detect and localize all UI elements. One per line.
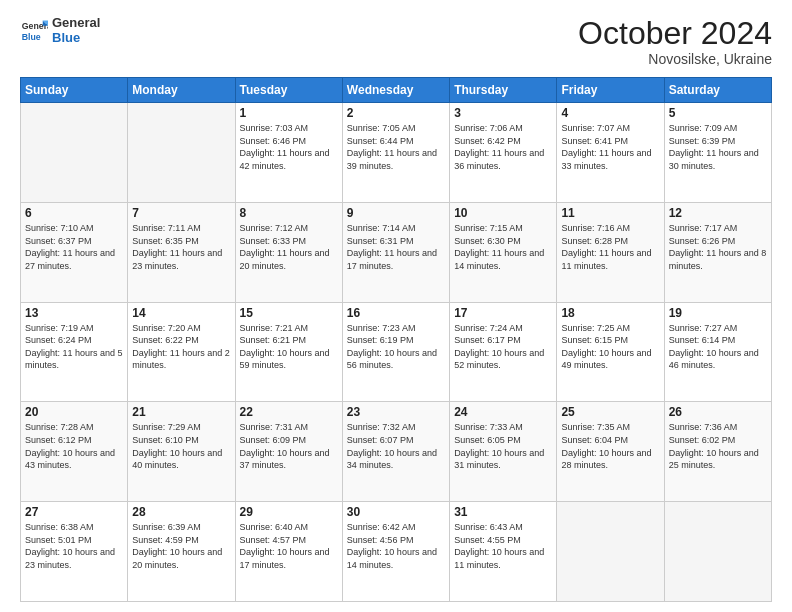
day-number: 6 <box>25 206 123 220</box>
day-number: 15 <box>240 306 338 320</box>
svg-text:Blue: Blue <box>22 32 41 42</box>
day-number: 4 <box>561 106 659 120</box>
day-number: 22 <box>240 405 338 419</box>
day-info: Sunrise: 7:10 AM Sunset: 6:37 PM Dayligh… <box>25 222 123 272</box>
day-info: Sunrise: 7:09 AM Sunset: 6:39 PM Dayligh… <box>669 122 767 172</box>
calendar-cell: 16Sunrise: 7:23 AM Sunset: 6:19 PM Dayli… <box>342 302 449 402</box>
calendar-cell: 13Sunrise: 7:19 AM Sunset: 6:24 PM Dayli… <box>21 302 128 402</box>
calendar-cell: 12Sunrise: 7:17 AM Sunset: 6:26 PM Dayli… <box>664 202 771 302</box>
calendar-cell: 14Sunrise: 7:20 AM Sunset: 6:22 PM Dayli… <box>128 302 235 402</box>
day-number: 21 <box>132 405 230 419</box>
calendar-cell: 23Sunrise: 7:32 AM Sunset: 6:07 PM Dayli… <box>342 402 449 502</box>
day-info: Sunrise: 7:11 AM Sunset: 6:35 PM Dayligh… <box>132 222 230 272</box>
calendar-cell: 25Sunrise: 7:35 AM Sunset: 6:04 PM Dayli… <box>557 402 664 502</box>
calendar-header-row: SundayMondayTuesdayWednesdayThursdayFrid… <box>21 78 772 103</box>
logo-icon: General Blue <box>20 17 48 45</box>
calendar-cell: 21Sunrise: 7:29 AM Sunset: 6:10 PM Dayli… <box>128 402 235 502</box>
day-number: 29 <box>240 505 338 519</box>
day-info: Sunrise: 6:40 AM Sunset: 4:57 PM Dayligh… <box>240 521 338 571</box>
day-info: Sunrise: 7:33 AM Sunset: 6:05 PM Dayligh… <box>454 421 552 471</box>
day-number: 28 <box>132 505 230 519</box>
calendar-week-row: 13Sunrise: 7:19 AM Sunset: 6:24 PM Dayli… <box>21 302 772 402</box>
day-header-thursday: Thursday <box>450 78 557 103</box>
calendar-cell: 22Sunrise: 7:31 AM Sunset: 6:09 PM Dayli… <box>235 402 342 502</box>
day-info: Sunrise: 6:38 AM Sunset: 5:01 PM Dayligh… <box>25 521 123 571</box>
title-block: October 2024 Novosilske, Ukraine <box>578 16 772 67</box>
day-info: Sunrise: 6:39 AM Sunset: 4:59 PM Dayligh… <box>132 521 230 571</box>
day-info: Sunrise: 7:20 AM Sunset: 6:22 PM Dayligh… <box>132 322 230 372</box>
day-number: 13 <box>25 306 123 320</box>
day-info: Sunrise: 7:21 AM Sunset: 6:21 PM Dayligh… <box>240 322 338 372</box>
day-number: 18 <box>561 306 659 320</box>
calendar-cell: 2Sunrise: 7:05 AM Sunset: 6:44 PM Daylig… <box>342 103 449 203</box>
day-number: 9 <box>347 206 445 220</box>
calendar-cell: 15Sunrise: 7:21 AM Sunset: 6:21 PM Dayli… <box>235 302 342 402</box>
day-number: 2 <box>347 106 445 120</box>
day-info: Sunrise: 7:24 AM Sunset: 6:17 PM Dayligh… <box>454 322 552 372</box>
day-number: 16 <box>347 306 445 320</box>
day-info: Sunrise: 7:23 AM Sunset: 6:19 PM Dayligh… <box>347 322 445 372</box>
location: Novosilske, Ukraine <box>578 51 772 67</box>
calendar-cell: 10Sunrise: 7:15 AM Sunset: 6:30 PM Dayli… <box>450 202 557 302</box>
day-info: Sunrise: 7:19 AM Sunset: 6:24 PM Dayligh… <box>25 322 123 372</box>
day-info: Sunrise: 7:32 AM Sunset: 6:07 PM Dayligh… <box>347 421 445 471</box>
day-info: Sunrise: 7:06 AM Sunset: 6:42 PM Dayligh… <box>454 122 552 172</box>
calendar-cell: 1Sunrise: 7:03 AM Sunset: 6:46 PM Daylig… <box>235 103 342 203</box>
day-info: Sunrise: 7:36 AM Sunset: 6:02 PM Dayligh… <box>669 421 767 471</box>
calendar-cell: 31Sunrise: 6:43 AM Sunset: 4:55 PM Dayli… <box>450 502 557 602</box>
calendar-cell: 8Sunrise: 7:12 AM Sunset: 6:33 PM Daylig… <box>235 202 342 302</box>
day-header-wednesday: Wednesday <box>342 78 449 103</box>
logo: General Blue General Blue <box>20 16 100 46</box>
day-info: Sunrise: 7:16 AM Sunset: 6:28 PM Dayligh… <box>561 222 659 272</box>
day-number: 7 <box>132 206 230 220</box>
logo-blue: Blue <box>52 31 100 46</box>
calendar-cell: 28Sunrise: 6:39 AM Sunset: 4:59 PM Dayli… <box>128 502 235 602</box>
day-info: Sunrise: 7:15 AM Sunset: 6:30 PM Dayligh… <box>454 222 552 272</box>
day-number: 12 <box>669 206 767 220</box>
header: General Blue General Blue October 2024 N… <box>20 16 772 67</box>
day-number: 27 <box>25 505 123 519</box>
calendar-cell: 7Sunrise: 7:11 AM Sunset: 6:35 PM Daylig… <box>128 202 235 302</box>
calendar-week-row: 1Sunrise: 7:03 AM Sunset: 6:46 PM Daylig… <box>21 103 772 203</box>
day-info: Sunrise: 6:43 AM Sunset: 4:55 PM Dayligh… <box>454 521 552 571</box>
calendar-cell: 27Sunrise: 6:38 AM Sunset: 5:01 PM Dayli… <box>21 502 128 602</box>
day-header-monday: Monday <box>128 78 235 103</box>
day-number: 20 <box>25 405 123 419</box>
calendar-cell <box>557 502 664 602</box>
day-number: 3 <box>454 106 552 120</box>
day-info: Sunrise: 6:42 AM Sunset: 4:56 PM Dayligh… <box>347 521 445 571</box>
calendar-cell: 5Sunrise: 7:09 AM Sunset: 6:39 PM Daylig… <box>664 103 771 203</box>
day-header-tuesday: Tuesday <box>235 78 342 103</box>
month-title: October 2024 <box>578 16 772 51</box>
day-info: Sunrise: 7:27 AM Sunset: 6:14 PM Dayligh… <box>669 322 767 372</box>
calendar-cell <box>664 502 771 602</box>
day-number: 10 <box>454 206 552 220</box>
calendar-cell: 17Sunrise: 7:24 AM Sunset: 6:17 PM Dayli… <box>450 302 557 402</box>
day-number: 19 <box>669 306 767 320</box>
calendar-cell: 20Sunrise: 7:28 AM Sunset: 6:12 PM Dayli… <box>21 402 128 502</box>
logo-general: General <box>52 16 100 31</box>
day-number: 23 <box>347 405 445 419</box>
day-number: 26 <box>669 405 767 419</box>
day-number: 25 <box>561 405 659 419</box>
day-header-sunday: Sunday <box>21 78 128 103</box>
day-info: Sunrise: 7:17 AM Sunset: 6:26 PM Dayligh… <box>669 222 767 272</box>
day-number: 17 <box>454 306 552 320</box>
calendar-cell: 19Sunrise: 7:27 AM Sunset: 6:14 PM Dayli… <box>664 302 771 402</box>
day-number: 5 <box>669 106 767 120</box>
calendar-cell: 30Sunrise: 6:42 AM Sunset: 4:56 PM Dayli… <box>342 502 449 602</box>
day-info: Sunrise: 7:25 AM Sunset: 6:15 PM Dayligh… <box>561 322 659 372</box>
day-number: 14 <box>132 306 230 320</box>
calendar-week-row: 6Sunrise: 7:10 AM Sunset: 6:37 PM Daylig… <box>21 202 772 302</box>
calendar-cell: 24Sunrise: 7:33 AM Sunset: 6:05 PM Dayli… <box>450 402 557 502</box>
calendar-week-row: 27Sunrise: 6:38 AM Sunset: 5:01 PM Dayli… <box>21 502 772 602</box>
day-number: 8 <box>240 206 338 220</box>
calendar-cell: 18Sunrise: 7:25 AM Sunset: 6:15 PM Dayli… <box>557 302 664 402</box>
day-number: 1 <box>240 106 338 120</box>
calendar-cell: 11Sunrise: 7:16 AM Sunset: 6:28 PM Dayli… <box>557 202 664 302</box>
day-number: 24 <box>454 405 552 419</box>
calendar-cell: 29Sunrise: 6:40 AM Sunset: 4:57 PM Dayli… <box>235 502 342 602</box>
day-number: 30 <box>347 505 445 519</box>
day-info: Sunrise: 7:31 AM Sunset: 6:09 PM Dayligh… <box>240 421 338 471</box>
day-info: Sunrise: 7:05 AM Sunset: 6:44 PM Dayligh… <box>347 122 445 172</box>
